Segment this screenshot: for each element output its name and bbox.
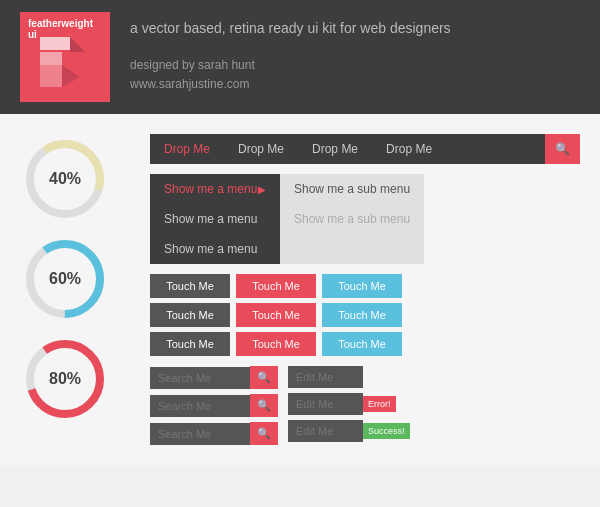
search-input-3[interactable] bbox=[150, 423, 250, 445]
search-row-2: 🔍 bbox=[150, 394, 278, 417]
edit-input-2[interactable] bbox=[288, 393, 363, 415]
btn-red-3[interactable]: Touch Me bbox=[236, 332, 316, 356]
search-input-2[interactable] bbox=[150, 395, 250, 417]
logo-icon bbox=[30, 32, 100, 92]
svg-marker-2 bbox=[70, 37, 85, 52]
btn-red-2[interactable]: Touch Me bbox=[236, 303, 316, 327]
sub-menu: Show me a sub menu Show me a sub menu bbox=[280, 174, 424, 264]
nav-item-1[interactable]: Drop Me bbox=[150, 134, 224, 164]
dropdown-menu: Show me a menu ▶ Show me a menu Show me … bbox=[150, 174, 280, 264]
header: featherweight ui a vector based, retina … bbox=[0, 0, 600, 114]
btn-blue-3[interactable]: Touch Me bbox=[322, 332, 402, 356]
dropdown-item-3[interactable]: Show me a menu bbox=[150, 234, 280, 264]
components-section: Drop Me Drop Me Drop Me Drop Me 🔍 Show m… bbox=[150, 134, 580, 445]
btn-gray-2[interactable]: Touch Me bbox=[150, 303, 230, 327]
search-btn-1[interactable]: 🔍 bbox=[250, 366, 278, 389]
nav-item-2[interactable]: Drop Me bbox=[224, 134, 298, 164]
search-btn-3[interactable]: 🔍 bbox=[250, 422, 278, 445]
edit-row-2: Error! bbox=[288, 393, 410, 415]
logo-box: featherweight ui bbox=[20, 12, 110, 102]
btn-col-red: Touch Me Touch Me Touch Me bbox=[236, 274, 316, 356]
btn-gray-1[interactable]: Touch Me bbox=[150, 274, 230, 298]
nav-item-4[interactable]: Drop Me bbox=[372, 134, 446, 164]
charts-section: 40% 60% 80% bbox=[20, 134, 130, 445]
tagline: a vector based, retina ready ui kit for … bbox=[130, 20, 451, 36]
btn-blue-1[interactable]: Touch Me bbox=[322, 274, 402, 298]
dropdown-area: Show me a menu ▶ Show me a menu Show me … bbox=[150, 174, 580, 264]
dropdown-item-1[interactable]: Show me a menu ▶ bbox=[150, 174, 280, 204]
donut-80: 80% bbox=[20, 334, 110, 424]
main-content: 40% 60% 80% Drop Me Drop Me Drop Me Drop bbox=[0, 114, 600, 465]
btn-gray-3[interactable]: Touch Me bbox=[150, 332, 230, 356]
edit-input-col: Error! Success! bbox=[288, 366, 410, 445]
svg-marker-1 bbox=[40, 52, 62, 65]
search-row-1: 🔍 bbox=[150, 366, 278, 389]
header-text: a vector based, retina ready ui kit for … bbox=[130, 20, 451, 94]
nav-search-button[interactable]: 🔍 bbox=[545, 134, 580, 164]
btn-col-gray: Touch Me Touch Me Touch Me bbox=[150, 274, 230, 356]
btn-col-blue: Touch Me Touch Me Touch Me bbox=[322, 274, 402, 356]
success-badge: Success! bbox=[363, 423, 410, 439]
svg-marker-4 bbox=[62, 65, 80, 87]
edit-input-1[interactable] bbox=[288, 366, 363, 388]
donut-40-label: 40% bbox=[49, 170, 81, 188]
dropdown-nav: Drop Me Drop Me Drop Me Drop Me 🔍 bbox=[150, 134, 580, 164]
svg-marker-0 bbox=[40, 37, 70, 50]
edit-row-3: Success! bbox=[288, 420, 410, 442]
inputs-section: 🔍 🔍 🔍 Error! bbox=[150, 366, 580, 445]
donut-60: 60% bbox=[20, 234, 110, 324]
donut-40: 40% bbox=[20, 134, 110, 224]
dropdown-item-2[interactable]: Show me a menu bbox=[150, 204, 280, 234]
sub-item-2[interactable]: Show me a sub menu bbox=[280, 204, 424, 234]
sub-item-1[interactable]: Show me a sub menu bbox=[280, 174, 424, 204]
edit-row-1 bbox=[288, 366, 410, 388]
btn-red-1[interactable]: Touch Me bbox=[236, 274, 316, 298]
designed-by: designed by sarah hunt www.sarahjustine.… bbox=[130, 56, 451, 94]
search-btn-2[interactable]: 🔍 bbox=[250, 394, 278, 417]
search-input-col: 🔍 🔍 🔍 bbox=[150, 366, 278, 445]
search-input-1[interactable] bbox=[150, 367, 250, 389]
svg-marker-3 bbox=[40, 65, 62, 87]
error-badge: Error! bbox=[363, 396, 396, 412]
btn-blue-2[interactable]: Touch Me bbox=[322, 303, 402, 327]
search-row-3: 🔍 bbox=[150, 422, 278, 445]
edit-input-3[interactable] bbox=[288, 420, 363, 442]
donut-80-label: 80% bbox=[49, 370, 81, 388]
nav-item-3[interactable]: Drop Me bbox=[298, 134, 372, 164]
arrow-icon: ▶ bbox=[258, 184, 266, 195]
donut-60-label: 60% bbox=[49, 270, 81, 288]
buttons-section: Touch Me Touch Me Touch Me Touch Me Touc… bbox=[150, 274, 580, 356]
